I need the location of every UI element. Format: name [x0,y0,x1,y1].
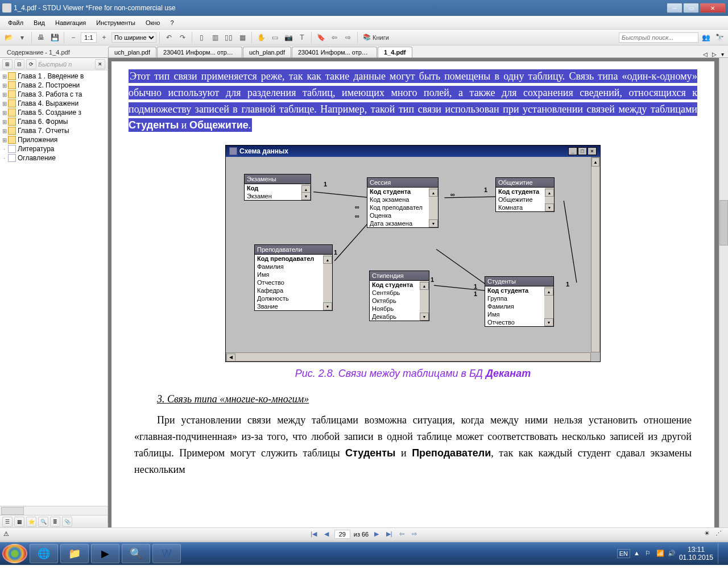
menu-view[interactable]: Вид [29,18,49,27]
tree-item[interactable]: ⊞Глава 6. Формы [1,117,106,126]
tab-next-button[interactable]: ▷ [710,51,718,57]
table-field[interactable]: Код [245,184,311,192]
table-stipend[interactable]: СтипендияКод студентаСентябрьОктябрьНояб… [369,271,429,321]
scroll-up-icon[interactable]: ▲ [429,189,438,197]
prev-page-button[interactable]: ◀ [322,530,331,539]
status-warn-icon[interactable]: ⚠ [3,530,9,538]
continuous-button[interactable]: ▥ [209,31,221,44]
tree-item[interactable]: ⊞Глава 7. Отчеты [1,126,106,135]
scroll-down-icon[interactable]: ▼ [544,318,553,326]
tray-volume-icon[interactable]: 🔊 [668,550,676,558]
first-page-button[interactable]: |◀ [309,530,318,539]
table-field[interactable]: Код преподавател [367,203,438,211]
expander-icon[interactable]: · [1,146,8,152]
tree-item[interactable]: ·Оглавление [1,153,106,163]
tray-clock[interactable]: 13:11 01.10.2015 [679,546,713,562]
table-field[interactable]: Имя [485,310,553,318]
books-button[interactable]: 📚 Книги [361,34,391,41]
prev-bookmark-button[interactable]: ⇦ [328,31,341,44]
menu-navigation[interactable]: Навигация [51,18,90,27]
expander-icon[interactable]: · [1,155,8,161]
single-page-button[interactable]: ▯ [195,31,208,44]
schema-close-button[interactable]: × [588,147,597,155]
menu-window[interactable]: Окно [141,18,165,27]
table-hostel[interactable]: ОбщежитиеКод студентаОбщежитиеКомната▲▼ [495,177,555,212]
table-field[interactable]: Кафедра [255,286,332,294]
zoom-in-button[interactable]: + [98,31,110,44]
table-field[interactable]: Код преподавател [255,255,332,263]
expander-icon[interactable]: ⊞ [1,101,8,107]
tree-item[interactable]: ⊞Глава 5. Создание з [1,108,106,117]
taskbar-ie[interactable]: 🌐 [30,544,58,563]
table-examens[interactable]: ЭкзаменыКодЭкзамен▲▼ [244,174,311,201]
table-field[interactable]: Отчество [485,318,553,326]
scroll-down-icon[interactable]: ▼ [323,302,332,310]
zoom-ratio-input[interactable] [81,32,97,43]
view-attachments-button[interactable]: 📎 [62,517,72,527]
table-field[interactable]: Оценка [367,211,438,219]
table-field[interactable]: Звание [255,302,332,310]
expand-all-button[interactable]: ⊞ [2,59,13,69]
snapshot-button[interactable]: 📷 [282,31,295,44]
save-button[interactable]: 💾 [48,31,61,44]
expander-icon[interactable]: ⊞ [1,137,8,143]
tray-action-center-icon[interactable]: ⚐ [645,550,653,558]
tray-network-icon[interactable]: 📶 [656,550,664,558]
table-field[interactable]: Фамилия [255,263,332,271]
tab-4[interactable]: 1_4.pdf [378,47,412,57]
two-page-button[interactable]: ▯▯ [222,31,235,44]
expander-icon[interactable]: ⊞ [1,82,8,89]
schema-minimize-button[interactable]: _ [568,147,577,155]
menu-help[interactable]: ? [166,18,178,27]
scroll-up-icon[interactable]: ▲ [544,288,553,296]
table-field[interactable]: Ноябрь [370,305,429,313]
rotate-right-button[interactable]: ↷ [176,31,189,44]
table-header[interactable]: Студенты [485,277,553,286]
document-view[interactable]: Этот тип связи применяется реже, так как… [108,58,728,527]
schema-vscrollbar[interactable]: ▲ [591,157,600,352]
taskbar-stdu[interactable]: 🔍 [122,544,150,563]
expander-icon[interactable]: ⊞ [1,119,8,125]
quick-search-input[interactable] [619,32,698,43]
tree-item[interactable]: ·Литература [1,144,106,153]
view-thumbnails-button[interactable]: ▦ [14,517,24,527]
expander-icon[interactable]: ⊞ [1,92,8,98]
table-students[interactable]: СтудентыКод студентаГруппаФамилияИмяОтче… [485,276,554,327]
collapse-all-button[interactable]: ⊟ [14,59,24,69]
table-field[interactable]: Должность [255,294,332,302]
table-header[interactable]: Общежитие [496,178,554,188]
table-field[interactable]: Дата экзамена [367,219,438,227]
tab-0[interactable]: uch_plan.pdf [108,47,156,57]
minimize-button[interactable]: ─ [667,3,682,13]
last-page-button[interactable]: ▶| [384,530,394,539]
sync-button[interactable]: ⟳ [26,59,36,69]
table-field[interactable]: Отчество [255,278,332,286]
next-page-button[interactable]: ▶ [372,530,381,539]
tray-language[interactable]: EN [617,549,630,558]
tab-3[interactable]: 230401 Информ... отраслям).pdf [292,47,377,57]
expander-icon[interactable]: ⊞ [1,73,8,80]
table-header[interactable]: Стипендия [370,271,429,281]
tray-flag-icon[interactable]: ▲ [634,550,642,558]
table-header[interactable]: Экзамены [245,174,311,184]
tree-item[interactable]: ⊞Глава 2. Построени [1,81,106,90]
table-field[interactable]: Код студента [485,286,553,294]
view-contents-button[interactable]: ☰ [2,517,13,527]
table-field[interactable]: Группа [485,294,553,302]
scroll-up-icon[interactable]: ▲ [420,282,429,290]
scroll-up-icon[interactable]: ▲ [545,189,554,197]
scroll-down-icon[interactable]: ▼ [545,203,554,211]
scroll-up-icon[interactable]: ▲ [323,256,332,264]
rotate-left-button[interactable]: ↶ [163,31,175,44]
tree-item[interactable]: ⊞Приложения [1,135,106,144]
tab-2[interactable]: uch_plan.pdf [243,47,291,57]
open-dropdown[interactable]: ▾ [16,31,28,44]
table-teachers[interactable]: ПреподавателиКод преподавателФамилияИмяО… [254,244,333,311]
text-select-button[interactable]: T [296,31,308,44]
taskbar-mediaplayer[interactable]: ▶ [91,544,119,563]
select-tool-button[interactable]: ▭ [268,31,281,44]
tree-item[interactable]: ⊞Глава 1 . Введение в [1,72,106,81]
schema-hscrollbar[interactable]: ◀ [226,352,591,361]
taskbar-word[interactable]: W [152,544,181,563]
search-binoculars-icon[interactable]: 🔭 [713,31,726,44]
